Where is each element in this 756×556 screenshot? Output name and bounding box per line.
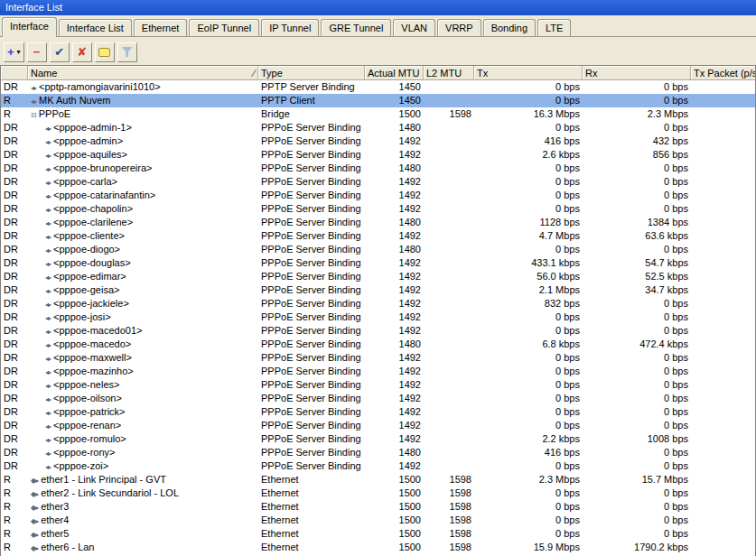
- table-row[interactable]: DR◂▸<pppoe-zoi>PPPoE Server Binding14920…: [1, 459, 755, 473]
- filter-button[interactable]: [117, 42, 137, 62]
- tab-vrrp[interactable]: VRRP: [437, 19, 481, 36]
- table-row[interactable]: DR◂▸<pppoe-admin>PPPoE Server Binding149…: [1, 134, 755, 148]
- table-row[interactable]: DR◂▸<pppoe-catarinafantin>PPPoE Server B…: [1, 189, 755, 202]
- disable-button[interactable]: ✘: [72, 42, 92, 62]
- comment-button[interactable]: [95, 42, 115, 62]
- column-header-l2_mtu[interactable]: L2 MTU: [424, 66, 474, 79]
- table-row[interactable]: DR◂▸<pppoe-geisa>PPPoE Server Binding149…: [1, 283, 755, 297]
- interface-name: <pppoe-douglas>: [53, 257, 131, 268]
- rx-cell: 0 bps: [583, 351, 691, 365]
- table-row[interactable]: R◆▸ether5Ethernet150015980 bps0 bps: [1, 527, 755, 541]
- tx-cell: 0 bps: [474, 392, 583, 405]
- interface-name-cell: ◂▸<pppoe-aquiles>: [28, 148, 258, 162]
- tx_packet-cell: [691, 500, 756, 514]
- ppp-interface-icon: ◂▸: [45, 233, 51, 241]
- table-row[interactable]: DR◂▸<pppoe-mazinho>PPPoE Server Binding1…: [1, 365, 755, 378]
- table-row[interactable]: DR◂▸<pppoe-edimar>PPPoE Server Binding14…: [1, 270, 755, 283]
- table-row[interactable]: R◆▸ether3Ethernet150015980 bps0 bps: [1, 500, 755, 514]
- table-row[interactable]: DR◂▸<pppoe-carla>PPPoE Server Binding149…: [1, 175, 755, 189]
- type-cell: Ethernet: [258, 541, 365, 554]
- l2_mtu-cell: [424, 134, 474, 148]
- enable-button[interactable]: ✔: [50, 42, 70, 62]
- rx-cell: 0 bps: [583, 459, 691, 473]
- interface-name-cell: ◂▸<pppoe-oilson>: [28, 392, 258, 405]
- rx-cell: 0 bps: [583, 202, 691, 216]
- type-cell: PPPoE Server Binding: [258, 216, 365, 229]
- interface-name-cell: ◂▸<pppoe-edimar>: [28, 270, 258, 283]
- table-row[interactable]: DR◂▸<pppoe-renan>PPPoE Server Binding149…: [1, 419, 755, 432]
- table-row[interactable]: R◆▸ether6 - LanEthernet1500159815.9 Mbps…: [1, 541, 755, 554]
- l2_mtu-cell: [424, 459, 474, 473]
- table-row[interactable]: R⊟PPPoEBridge1500159816.3 Mbps2.3 Mbps: [1, 107, 755, 121]
- tab-ethernet[interactable]: Ethernet: [134, 19, 188, 36]
- table-row[interactable]: DR◂▸<pppoe-macedo>PPPoE Server Binding14…: [1, 338, 755, 351]
- tab-eoip-tunnel[interactable]: EoIP Tunnel: [189, 19, 259, 36]
- actual_mtu-cell: 1500: [365, 514, 424, 527]
- l2_mtu-cell: [424, 189, 474, 202]
- l2_mtu-cell: 1598: [424, 486, 474, 500]
- table-row[interactable]: DR◂▸<pppoe-diogo>PPPoE Server Binding148…: [1, 243, 755, 256]
- l2_mtu-cell: [424, 351, 474, 365]
- type-cell: PPPoE Server Binding: [258, 419, 365, 432]
- column-header-rx[interactable]: Rx: [583, 66, 691, 79]
- add-button[interactable]: +▾: [4, 42, 24, 62]
- bridge-interface-icon: ⊟: [31, 111, 36, 119]
- table-row[interactable]: R◂▸MK Auth NuvemPPTP Client14500 bps0 bp…: [1, 94, 755, 107]
- table-row[interactable]: DR◂▸<pppoe-patrick>PPPoE Server Binding1…: [1, 405, 755, 419]
- column-header-type[interactable]: Type: [258, 66, 365, 79]
- tab-lte[interactable]: LTE: [537, 19, 571, 36]
- table-row[interactable]: DR◂▸<pptp-ramongiavarini1010>PPTP Server…: [1, 80, 755, 94]
- table-row[interactable]: DR◂▸<pppoe-douglas>PPPoE Server Binding1…: [1, 256, 755, 270]
- table-header: Name∕TypeActual MTUL2 MTUTxRxTx Packet (…: [1, 66, 755, 80]
- table-row[interactable]: R◆▸ether1 - Link Principal - GVTEthernet…: [1, 473, 755, 486]
- table-row[interactable]: DR◂▸<pppoe-neles>PPPoE Server Binding149…: [1, 378, 755, 392]
- interface-name: <pppoe-mazinho>: [53, 366, 134, 376]
- l2_mtu-cell: [424, 310, 474, 324]
- table-row[interactable]: R◆▸ether4Ethernet150015980 bps0 bps: [1, 514, 755, 527]
- table-row[interactable]: DR◂▸<pppoe-maxwell>PPPoE Server Binding1…: [1, 351, 755, 365]
- column-header-name[interactable]: Name∕: [28, 66, 258, 79]
- table-row[interactable]: DR◂▸<pppoe-admin-1>PPPoE Server Binding1…: [1, 121, 755, 134]
- table-row[interactable]: DR◂▸<pppoe-brunopereira>PPPoE Server Bin…: [1, 162, 755, 175]
- ppp-interface-icon: ◂▸: [45, 301, 51, 309]
- window-titlebar[interactable]: Interface List: [0, 0, 756, 15]
- table-row[interactable]: DR◂▸<pppoe-romulo>PPPoE Server Binding14…: [1, 432, 755, 446]
- table-row[interactable]: DR◂▸<pppoe-rony>PPPoE Server Binding1480…: [1, 446, 755, 459]
- table-row[interactable]: DR◂▸<pppoe-jackiele>PPPoE Server Binding…: [1, 297, 755, 310]
- table-row[interactable]: DR◂▸<pppoe-clarilene>PPPoE Server Bindin…: [1, 216, 755, 229]
- table-row[interactable]: DR◂▸<pppoe-oilson>PPPoE Server Binding14…: [1, 392, 755, 405]
- ppp-interface-icon: ◂▸: [45, 341, 51, 349]
- column-header-tx[interactable]: Tx: [474, 66, 583, 79]
- flags-cell: DR: [1, 243, 28, 256]
- type-cell: PPPoE Server Binding: [258, 432, 365, 446]
- table-row[interactable]: DR◂▸<pppoe-macedo01>PPPoE Server Binding…: [1, 324, 755, 338]
- column-header-tx_packet[interactable]: Tx Packet (p/s: [691, 66, 756, 79]
- type-cell: PPPoE Server Binding: [258, 324, 365, 338]
- flags-cell: DR: [1, 338, 28, 351]
- tab-gre-tunnel[interactable]: GRE Tunnel: [321, 19, 391, 36]
- tx_packet-cell: [691, 310, 756, 324]
- table-row[interactable]: DR◂▸<pppoe-chapolin>PPPoE Server Binding…: [1, 202, 755, 216]
- tab-interface[interactable]: Interface: [2, 17, 57, 37]
- type-cell: PPPoE Server Binding: [258, 162, 365, 175]
- table-row[interactable]: DR◂▸<pppoe-josi>PPPoE Server Binding1492…: [1, 310, 755, 324]
- tx_packet-cell: [691, 446, 756, 459]
- actual_mtu-cell: 1480: [365, 216, 424, 229]
- table-row[interactable]: DR◂▸<pppoe-cliente>PPPoE Server Binding1…: [1, 229, 755, 243]
- tab-ip-tunnel[interactable]: IP Tunnel: [261, 19, 319, 36]
- flags-cell: DR: [1, 121, 28, 134]
- tab-interface-list[interactable]: Interface List: [59, 19, 132, 36]
- tx_packet-cell: [691, 283, 756, 297]
- rx-cell: 34.7 kbps: [583, 283, 691, 297]
- tab-bonding[interactable]: Bonding: [483, 19, 536, 36]
- remove-button[interactable]: −: [27, 42, 47, 62]
- tab-vlan[interactable]: VLAN: [393, 19, 435, 36]
- table-row[interactable]: R◆▸ether2 - Link Secundariol - LOLEthern…: [1, 486, 755, 500]
- column-header-actual_mtu[interactable]: Actual MTU: [365, 66, 424, 79]
- interface-name-cell: ◆▸ether1 - Link Principal - GVT: [28, 473, 258, 486]
- tx_packet-cell: [691, 324, 756, 338]
- column-header-flags[interactable]: [1, 66, 28, 79]
- tx-cell: 0 bps: [474, 351, 583, 365]
- flags-cell: DR: [1, 446, 28, 459]
- table-row[interactable]: DR◂▸<pppoe-aquiles>PPPoE Server Binding1…: [1, 148, 755, 162]
